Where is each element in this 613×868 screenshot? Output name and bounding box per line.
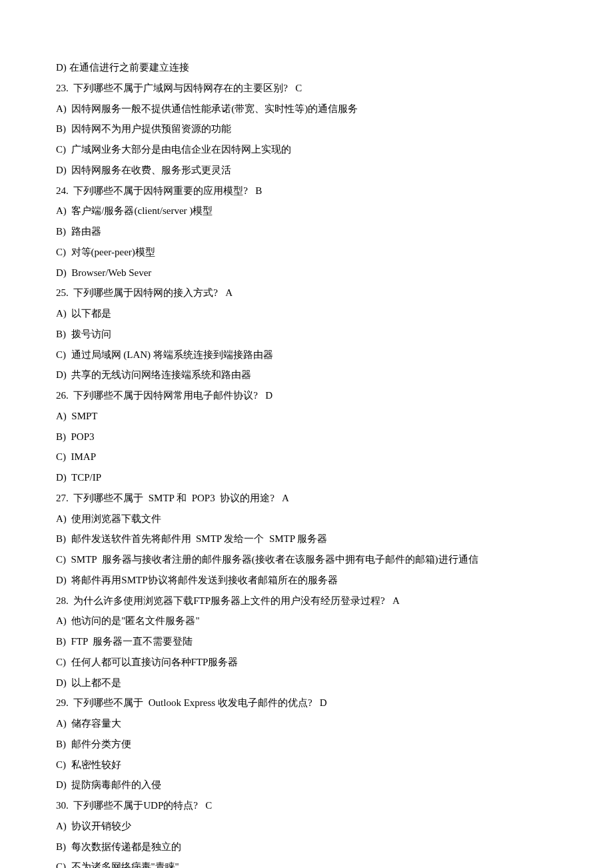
text-line: C) 私密性较好 xyxy=(56,755,557,775)
text-line: C) 对等(peer-peer)模型 xyxy=(56,242,557,263)
text-line: D) 共享的无线访问网络连接端系统和路由器 xyxy=(56,365,557,385)
text-line: A) 以下都是 xyxy=(56,303,557,324)
text-line: 29. 下列哪些不属于 Outlook Express 收发电子邮件的优点? D xyxy=(56,693,557,713)
text-line: 26. 下列哪些不属于因特网常用电子邮件协议? D xyxy=(56,385,557,406)
document-body: D) 在通信进行之前要建立连接 23. 下列哪些不属于广域网与因特网存在的主要区… xyxy=(56,57,557,868)
text-line: A) 他访问的是"匿名文件服务器" xyxy=(56,611,557,631)
text-line: C) SMTP 服务器与接收者注册的邮件服务器(接收者在该服务器中拥有电子邮件的… xyxy=(56,549,557,570)
text-line: A) 协议开销较少 xyxy=(56,816,557,837)
text-line: B) 拨号访问 xyxy=(56,324,557,345)
text-line: C) 广域网业务大部分是由电信企业在因特网上实现的 xyxy=(56,139,557,160)
text-line: 27. 下列哪些不属于 SMTP 和 POP3 协议的用途? A xyxy=(56,488,557,509)
text-line: C) 通过局域网 (LAN) 将端系统连接到端接路由器 xyxy=(56,345,557,365)
text-line: 23. 下列哪些不属于广域网与因特网存在的主要区别? C xyxy=(56,78,557,99)
text-line: 28. 为什么许多使用浏览器下载FTP服务器上文件的用户没有经历登录过程? A xyxy=(56,591,557,611)
text-line: D) 将邮件再用SMTP协议将邮件发送到接收者邮箱所在的服务器 xyxy=(56,570,557,591)
text-line: B) FTP 服务器一直不需要登陆 xyxy=(56,631,557,652)
text-line: 25. 下列哪些属于因特网的接入方式? A xyxy=(56,283,557,303)
text-line: B) 邮件发送软件首先将邮件用 SMTP 发给一个 SMTP 服务器 xyxy=(56,529,557,549)
text-line: B) POP3 xyxy=(56,427,557,447)
text-line: D) Browser/Web Sever xyxy=(56,263,557,283)
text-line: D) 在通信进行之前要建立连接 xyxy=(56,57,557,78)
text-line: C) 任何人都可以直接访问各种FTP服务器 xyxy=(56,652,557,673)
text-line: B) 每次数据传递都是独立的 xyxy=(56,837,557,857)
text-line: B) 邮件分类方便 xyxy=(56,734,557,755)
text-line: A) 因特网服务一般不提供通信性能承诺(带宽、实时性等)的通信服务 xyxy=(56,99,557,119)
text-line: A) SMPT xyxy=(56,406,557,427)
text-line: D) 因特网服务在收费、服务形式更灵活 xyxy=(56,160,557,181)
text-line: D) TCP/IP xyxy=(56,467,557,488)
text-line: 30. 下列哪些不属于UDP的特点? C xyxy=(56,795,557,816)
text-line: 24. 下列哪些不属于因特网重要的应用模型? B xyxy=(56,181,557,201)
text-line: A) 客户端/服务器(client/server )模型 xyxy=(56,201,557,221)
text-line: C) 不为诸多网络病毒"青睐" xyxy=(56,857,557,868)
text-line: B) 因特网不为用户提供预留资源的功能 xyxy=(56,119,557,139)
text-line: A) 使用浏览器下载文件 xyxy=(56,509,557,529)
text-line: B) 路由器 xyxy=(56,221,557,242)
text-line: D) 提防病毒邮件的入侵 xyxy=(56,775,557,795)
text-line: A) 储存容量大 xyxy=(56,713,557,734)
text-line: D) 以上都不是 xyxy=(56,673,557,693)
text-line: C) IMAP xyxy=(56,447,557,467)
